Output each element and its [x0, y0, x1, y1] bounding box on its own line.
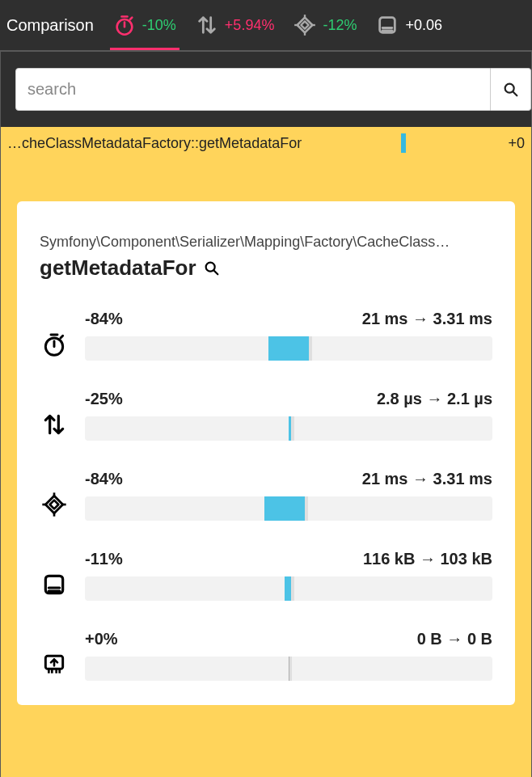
metric-pct: -84%: [85, 470, 123, 488]
method-name: getMetadataFor: [40, 255, 196, 281]
metric-bar: [85, 496, 492, 521]
metric-range: 21 ms → 3.31 ms: [362, 310, 492, 328]
metric-row-memory: -11%116 kB → 103 kB: [40, 550, 492, 601]
io-icon: [196, 14, 218, 36]
metric-card: Symfony\Component\Serializer\Mapping\Fac…: [17, 201, 515, 705]
tab-io[interactable]: +5.94%: [196, 0, 275, 50]
function-header[interactable]: …cheClassMetadataFactory::getMetadataFor…: [1, 127, 531, 159]
function-delta: +0: [508, 135, 525, 152]
tab-cpu-value: -12%: [323, 17, 357, 34]
function-panel: …cheClassMetadataFactory::getMetadataFor…: [1, 127, 531, 777]
content: …cheClassMetadataFactory::getMetadataFor…: [0, 50, 532, 777]
metric-pct: -25%: [85, 390, 123, 408]
metric-row-cpu: -84%21 ms → 3.31 ms: [40, 470, 492, 521]
stopwatch-icon: [113, 14, 136, 36]
metric-range: 2.8 µs → 2.1 µs: [377, 390, 492, 408]
search-input[interactable]: [15, 68, 491, 111]
tab-wall-time[interactable]: -10%: [113, 0, 176, 50]
tab-io-value: +5.94%: [225, 17, 275, 34]
tab-memory-value: +0.06: [405, 17, 442, 34]
search-icon: [502, 81, 520, 99]
tab-wall-time-value: -10%: [142, 17, 176, 34]
cpu-icon: [293, 14, 316, 36]
mini-bar-indicator: [401, 133, 406, 153]
tab-memory[interactable]: +0.06: [376, 0, 442, 50]
network-icon: [40, 652, 69, 678]
class-path: Symfony\Component\Serializer\Mapping\Fac…: [40, 234, 492, 251]
search-row: [1, 52, 531, 127]
tab-comparison-label: Comparison: [6, 16, 94, 35]
metric-range: 116 kB → 103 kB: [363, 550, 492, 568]
tab-comparison[interactable]: Comparison: [6, 0, 94, 50]
cpu-icon: [40, 492, 69, 517]
metric-pct: -84%: [85, 310, 123, 328]
tab-cpu[interactable]: -12%: [293, 0, 357, 50]
io-icon: [40, 412, 69, 437]
metric-row-io: -25%2.8 µs → 2.1 µs: [40, 390, 492, 441]
memory-icon: [376, 14, 399, 36]
memory-icon: [40, 572, 69, 598]
metric-range: 0 B → 0 B: [417, 630, 492, 648]
metric-bar: [85, 416, 492, 441]
metric-bar: [85, 336, 492, 361]
metric-bar: [85, 657, 492, 681]
topbar: Comparison -10% +5.94% -12% +0.06: [0, 0, 532, 50]
metric-pct: +0%: [85, 630, 118, 648]
search-button[interactable]: [491, 68, 531, 111]
metric-bar: [85, 576, 492, 601]
metric-row-stopwatch: -84%21 ms → 3.31 ms: [40, 310, 492, 361]
function-breadcrumb: …cheClassMetadataFactory::getMetadataFor: [7, 135, 302, 152]
search-method-icon[interactable]: [203, 260, 221, 277]
metric-row-network: +0%0 B → 0 B: [40, 630, 492, 681]
metric-range: 21 ms → 3.31 ms: [362, 470, 492, 488]
metric-pct: -11%: [85, 550, 123, 568]
stopwatch-icon: [40, 331, 69, 357]
